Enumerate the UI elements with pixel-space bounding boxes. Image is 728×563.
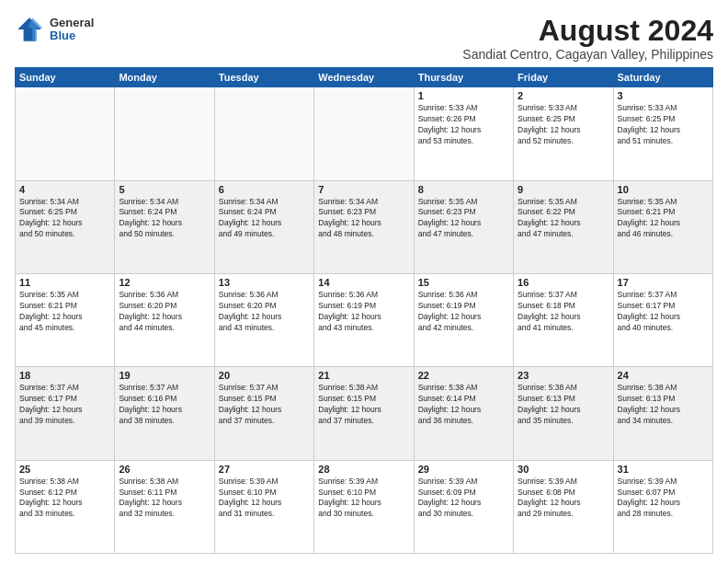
day-info: Sunrise: 5:38 AMSunset: 6:15 PMDaylight:…: [318, 383, 409, 427]
day-info: Sunrise: 5:35 AMSunset: 6:22 PMDaylight:…: [518, 197, 609, 241]
day-info: Sunrise: 5:33 AMSunset: 6:26 PMDaylight:…: [418, 103, 509, 147]
calendar-cell: 5Sunrise: 5:34 AMSunset: 6:24 PMDaylight…: [115, 180, 214, 273]
calendar-cell: 1Sunrise: 5:33 AMSunset: 6:26 PMDaylight…: [414, 87, 513, 180]
header: General Blue August 2024 Sandiat Centro,…: [15, 15, 713, 62]
day-info: Sunrise: 5:33 AMSunset: 6:25 PMDaylight:…: [618, 103, 709, 147]
day-number: 17: [618, 277, 709, 288]
logo-text: General Blue: [50, 17, 94, 43]
calendar-cell: 11Sunrise: 5:35 AMSunset: 6:21 PMDayligh…: [16, 273, 115, 366]
calendar-cell: 10Sunrise: 5:35 AMSunset: 6:21 PMDayligh…: [613, 180, 712, 273]
day-number: 27: [219, 464, 310, 475]
day-number: 28: [318, 464, 409, 475]
page: General Blue August 2024 Sandiat Centro,…: [0, 0, 728, 563]
day-info: Sunrise: 5:37 AMSunset: 6:15 PMDaylight:…: [219, 383, 310, 427]
calendar-cell: 6Sunrise: 5:34 AMSunset: 6:24 PMDaylight…: [214, 180, 313, 273]
day-header-friday: Friday: [514, 68, 613, 87]
day-info: Sunrise: 5:37 AMSunset: 6:18 PMDaylight:…: [518, 290, 609, 334]
day-header-thursday: Thursday: [414, 68, 513, 87]
day-info: Sunrise: 5:37 AMSunset: 6:17 PMDaylight:…: [19, 383, 110, 427]
day-header-saturday: Saturday: [613, 68, 712, 87]
day-number: 14: [318, 277, 409, 288]
day-info: Sunrise: 5:36 AMSunset: 6:19 PMDaylight:…: [318, 290, 409, 334]
day-number: 18: [19, 370, 110, 381]
day-header-wednesday: Wednesday: [314, 68, 414, 87]
day-info: Sunrise: 5:34 AMSunset: 6:25 PMDaylight:…: [19, 197, 110, 241]
calendar-cell: 28Sunrise: 5:39 AMSunset: 6:10 PMDayligh…: [314, 460, 414, 553]
day-info: Sunrise: 5:39 AMSunset: 6:09 PMDaylight:…: [418, 477, 509, 521]
calendar-cell: 24Sunrise: 5:38 AMSunset: 6:13 PMDayligh…: [613, 367, 712, 460]
calendar-cell: [115, 87, 214, 180]
day-number: 22: [418, 370, 509, 381]
calendar-cell: 18Sunrise: 5:37 AMSunset: 6:17 PMDayligh…: [16, 367, 115, 460]
day-number: 8: [418, 184, 509, 195]
day-info: Sunrise: 5:38 AMSunset: 6:13 PMDaylight:…: [618, 383, 709, 427]
logo: General Blue: [15, 15, 94, 44]
calendar-cell: [314, 87, 414, 180]
day-info: Sunrise: 5:39 AMSunset: 6:07 PMDaylight:…: [618, 477, 709, 521]
day-info: Sunrise: 5:39 AMSunset: 6:10 PMDaylight:…: [318, 477, 409, 521]
page-subtitle: Sandiat Centro, Cagayan Valley, Philippi…: [462, 47, 713, 62]
calendar-cell: 4Sunrise: 5:34 AMSunset: 6:25 PMDaylight…: [16, 180, 115, 273]
calendar-row-5: 25Sunrise: 5:38 AMSunset: 6:12 PMDayligh…: [16, 460, 713, 553]
logo-blue: Blue: [50, 29, 94, 42]
day-number: 30: [518, 464, 609, 475]
day-number: 9: [518, 184, 609, 195]
day-info: Sunrise: 5:37 AMSunset: 6:16 PMDaylight:…: [119, 383, 210, 427]
day-number: 19: [119, 370, 210, 381]
calendar-cell: 23Sunrise: 5:38 AMSunset: 6:13 PMDayligh…: [514, 367, 613, 460]
day-info: Sunrise: 5:34 AMSunset: 6:23 PMDaylight:…: [318, 197, 409, 241]
day-number: 23: [518, 370, 609, 381]
day-info: Sunrise: 5:36 AMSunset: 6:19 PMDaylight:…: [418, 290, 509, 334]
calendar-cell: 3Sunrise: 5:33 AMSunset: 6:25 PMDaylight…: [613, 87, 712, 180]
calendar-cell: 8Sunrise: 5:35 AMSunset: 6:23 PMDaylight…: [414, 180, 513, 273]
day-info: Sunrise: 5:38 AMSunset: 6:12 PMDaylight:…: [19, 477, 110, 521]
calendar-cell: 12Sunrise: 5:36 AMSunset: 6:20 PMDayligh…: [115, 273, 214, 366]
calendar-row-1: 1Sunrise: 5:33 AMSunset: 6:26 PMDaylight…: [16, 87, 713, 180]
day-number: 5: [119, 184, 210, 195]
page-title: August 2024: [462, 15, 713, 47]
calendar-cell: 25Sunrise: 5:38 AMSunset: 6:12 PMDayligh…: [16, 460, 115, 553]
day-info: Sunrise: 5:39 AMSunset: 6:10 PMDaylight:…: [219, 477, 310, 521]
day-info: Sunrise: 5:36 AMSunset: 6:20 PMDaylight:…: [219, 290, 310, 334]
calendar-row-3: 11Sunrise: 5:35 AMSunset: 6:21 PMDayligh…: [16, 273, 713, 366]
title-block: August 2024 Sandiat Centro, Cagayan Vall…: [462, 15, 713, 62]
day-info: Sunrise: 5:38 AMSunset: 6:11 PMDaylight:…: [119, 477, 210, 521]
day-number: 29: [418, 464, 509, 475]
calendar-cell: 29Sunrise: 5:39 AMSunset: 6:09 PMDayligh…: [414, 460, 513, 553]
calendar-cell: 20Sunrise: 5:37 AMSunset: 6:15 PMDayligh…: [214, 367, 313, 460]
calendar-cell: 2Sunrise: 5:33 AMSunset: 6:25 PMDaylight…: [514, 87, 613, 180]
day-info: Sunrise: 5:37 AMSunset: 6:17 PMDaylight:…: [618, 290, 709, 334]
day-info: Sunrise: 5:35 AMSunset: 6:21 PMDaylight:…: [618, 197, 709, 241]
calendar-row-4: 18Sunrise: 5:37 AMSunset: 6:17 PMDayligh…: [16, 367, 713, 460]
day-number: 21: [318, 370, 409, 381]
calendar-cell: 30Sunrise: 5:39 AMSunset: 6:08 PMDayligh…: [514, 460, 613, 553]
day-number: 31: [618, 464, 709, 475]
day-info: Sunrise: 5:33 AMSunset: 6:25 PMDaylight:…: [518, 103, 609, 147]
day-number: 13: [219, 277, 310, 288]
day-number: 1: [418, 90, 509, 101]
day-header-tuesday: Tuesday: [214, 68, 313, 87]
day-number: 24: [618, 370, 709, 381]
svg-marker-0: [17, 17, 41, 41]
day-info: Sunrise: 5:34 AMSunset: 6:24 PMDaylight:…: [119, 197, 210, 241]
calendar-cell: 27Sunrise: 5:39 AMSunset: 6:10 PMDayligh…: [214, 460, 313, 553]
day-number: 15: [418, 277, 509, 288]
day-number: 11: [19, 277, 110, 288]
calendar-cell: 22Sunrise: 5:38 AMSunset: 6:14 PMDayligh…: [414, 367, 513, 460]
calendar-cell: 16Sunrise: 5:37 AMSunset: 6:18 PMDayligh…: [514, 273, 613, 366]
calendar-header-row: SundayMondayTuesdayWednesdayThursdayFrid…: [16, 68, 713, 87]
calendar-cell: 19Sunrise: 5:37 AMSunset: 6:16 PMDayligh…: [115, 367, 214, 460]
day-number: 2: [518, 90, 609, 101]
day-number: 12: [119, 277, 210, 288]
day-info: Sunrise: 5:35 AMSunset: 6:23 PMDaylight:…: [418, 197, 509, 241]
day-number: 16: [518, 277, 609, 288]
logo-general: General: [50, 17, 94, 29]
calendar-cell: 31Sunrise: 5:39 AMSunset: 6:07 PMDayligh…: [613, 460, 712, 553]
day-info: Sunrise: 5:38 AMSunset: 6:14 PMDaylight:…: [418, 383, 509, 427]
day-number: 4: [19, 184, 110, 195]
day-info: Sunrise: 5:38 AMSunset: 6:13 PMDaylight:…: [518, 383, 609, 427]
logo-icon: [15, 15, 44, 44]
day-number: 26: [119, 464, 210, 475]
day-info: Sunrise: 5:35 AMSunset: 6:21 PMDaylight:…: [19, 290, 110, 334]
calendar-cell: 15Sunrise: 5:36 AMSunset: 6:19 PMDayligh…: [414, 273, 513, 366]
